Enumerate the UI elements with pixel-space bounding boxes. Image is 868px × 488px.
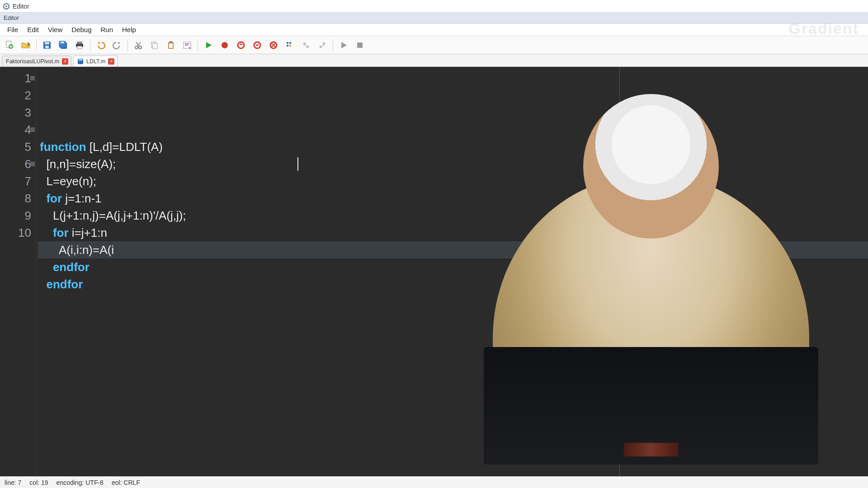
code-line[interactable]: endfor (38, 258, 868, 276)
step-over-button[interactable] (233, 38, 249, 53)
breakpoint-button[interactable] (217, 38, 232, 53)
svg-rect-10 (77, 42, 82, 44)
status-encoding: encoding: UTF-8 (57, 479, 104, 486)
save-all-button[interactable] (56, 38, 71, 53)
toolbar-separator (127, 39, 128, 51)
code-line[interactable]: A(i,i:n)=A(i (38, 241, 868, 258)
tab-strip: FaktorisasiLUPivot.m×LDLT.m× (0, 54, 868, 67)
toggle-breakpoint-button[interactable] (282, 38, 297, 53)
code-editor[interactable]: 12345678910 function [L,d]=LDLT(A) [n,n]… (0, 67, 868, 476)
step-in-button[interactable] (250, 38, 265, 53)
print-button[interactable] (72, 38, 87, 53)
open-file-button[interactable] (18, 38, 33, 53)
code-line[interactable]: [n,n]=size(A); (38, 155, 868, 173)
svg-rect-31 (323, 42, 325, 45)
svg-rect-12 (77, 46, 82, 49)
stop-button[interactable] (352, 38, 368, 53)
svg-rect-5 (45, 42, 49, 44)
line-number: 4 (0, 121, 31, 138)
code-line[interactable]: endfor (38, 276, 868, 293)
code-line[interactable]: L=eye(n); (38, 173, 868, 190)
status-bar: line: 7 col: 19 encoding: UTF-8 eol: CRL… (0, 476, 868, 488)
prev-bp-button[interactable] (298, 38, 314, 53)
window-titlebar: Editor (0, 0, 868, 13)
line-number: 9 (0, 207, 31, 224)
svg-point-1 (5, 5, 7, 7)
code-line[interactable] (38, 293, 868, 310)
code-line[interactable]: for i=j+1:n (38, 224, 868, 241)
paste-button[interactable] (163, 38, 179, 53)
text-cursor (297, 157, 298, 171)
toolbar-separator (333, 39, 333, 51)
svg-rect-32 (320, 46, 322, 48)
window-title: Editor (13, 3, 29, 10)
line-number: 3 (0, 104, 31, 121)
status-line: line: 7 (5, 479, 21, 486)
find-replace-button[interactable] (179, 38, 195, 53)
svg-rect-6 (45, 46, 49, 48)
svg-rect-18 (170, 41, 172, 43)
svg-rect-35 (79, 59, 82, 61)
stop-debug-button[interactable] (266, 38, 281, 53)
svg-rect-16 (153, 43, 157, 49)
toolbar-separator (90, 39, 90, 51)
undo-button[interactable] (93, 38, 108, 53)
file-tab[interactable]: LDLT.m× (73, 56, 118, 66)
svg-point-22 (238, 42, 244, 48)
tab-label: LDLT.m (86, 58, 105, 65)
code-line[interactable]: L(j+1:n,j)=A(j,j+1:n)'/A(j,j); (38, 207, 868, 224)
svg-rect-33 (357, 42, 363, 48)
menu-view[interactable]: View (43, 24, 67, 35)
code-line[interactable]: for j=1:n-1 (38, 190, 868, 207)
menu-edit[interactable]: Edit (23, 24, 43, 35)
app-icon (3, 3, 10, 10)
line-number: 7 (0, 173, 31, 190)
svg-rect-27 (289, 42, 291, 44)
tab-close-button[interactable]: × (108, 58, 114, 65)
redo-button[interactable] (109, 38, 125, 53)
menu-help[interactable]: Help (118, 24, 141, 35)
fold-marker[interactable] (30, 127, 35, 132)
fold-marker[interactable] (30, 162, 35, 166)
line-gutter: 12345678910 (0, 67, 36, 476)
line-number: 6 (0, 155, 31, 173)
svg-rect-26 (287, 45, 288, 47)
line-number: 2 (0, 87, 31, 104)
save-button[interactable] (39, 38, 55, 53)
copy-button[interactable] (147, 38, 162, 53)
tab-close-button[interactable]: × (62, 58, 68, 65)
line-number: 10 (0, 224, 31, 241)
line-number: 8 (0, 190, 31, 207)
svg-rect-9 (61, 42, 64, 43)
print-margin-ruler (619, 67, 620, 476)
status-eol: eol: CRLF (112, 479, 140, 486)
toolbar-separator (198, 39, 198, 51)
status-col: col: 19 (29, 479, 48, 486)
fold-marker[interactable] (30, 76, 35, 80)
code-area[interactable]: function [L,d]=LDLT(A) [n,n]=size(A); L=… (36, 67, 868, 476)
menu-file[interactable]: File (3, 24, 23, 35)
tab-label: FaktorisasiLUPivot.m (6, 58, 59, 65)
next-bp-button[interactable] (315, 38, 330, 53)
svg-rect-25 (287, 42, 288, 44)
continue-button[interactable] (336, 38, 351, 53)
file-tab[interactable]: FaktorisasiLUPivot.m× (2, 56, 71, 66)
menu-run[interactable]: Run (96, 24, 118, 35)
toolbar-separator (36, 39, 37, 51)
editor-subbar: Editor (0, 13, 868, 23)
run-button[interactable] (201, 38, 216, 53)
svg-rect-29 (303, 42, 306, 45)
svg-rect-30 (307, 46, 309, 48)
editor-subtitle: Editor (4, 14, 19, 21)
menu-debug[interactable]: Debug (67, 24, 96, 35)
menubar: FileEditViewDebugRunHelp (0, 23, 868, 36)
svg-rect-28 (289, 45, 291, 47)
code-line[interactable]: function [L,d]=LDLT(A) (38, 138, 868, 155)
svg-point-21 (222, 42, 228, 48)
new-file-button[interactable] (2, 38, 17, 53)
save-icon (77, 58, 84, 65)
svg-rect-19 (169, 43, 173, 48)
line-number: 5 (0, 138, 31, 155)
line-number: 1 (0, 70, 31, 87)
cut-button[interactable] (131, 38, 146, 53)
